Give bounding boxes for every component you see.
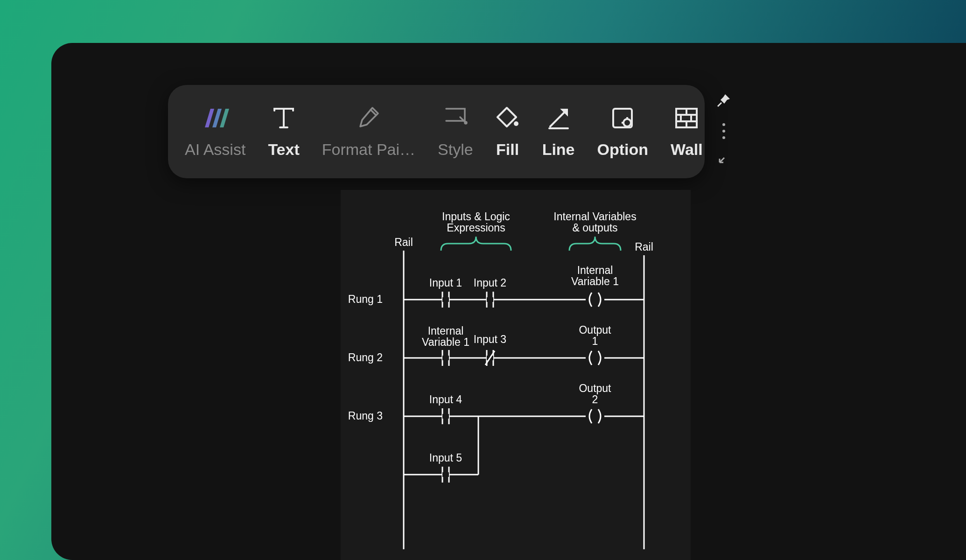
more-icon[interactable]: [722, 123, 725, 139]
svg-point-0: [465, 122, 467, 124]
svg-rect-27: [442, 414, 449, 419]
format-painter-button[interactable]: Format Pai…: [311, 85, 427, 178]
rung1-input1-label: Input 1: [429, 277, 462, 289]
rung2-input2-label: Input 3: [474, 333, 506, 345]
toolbar: AI Assist Text Format Pai…: [168, 85, 705, 178]
svg-rect-2: [613, 109, 632, 127]
svg-rect-18: [442, 356, 449, 360]
style-button[interactable]: Style: [427, 85, 484, 178]
rail-left-label: Rail: [394, 236, 413, 248]
svg-rect-13: [487, 297, 493, 302]
svg-rect-10: [442, 297, 449, 302]
svg-rect-28: [586, 413, 604, 420]
line-icon: [546, 105, 571, 131]
toolbar-label: Line: [542, 140, 575, 159]
toolbar-label: Format Pai…: [322, 140, 415, 159]
svg-rect-23: [586, 355, 604, 361]
toolbar-label: Wall: [671, 140, 703, 159]
style-icon: [443, 105, 468, 131]
toolbar-label: Fill: [496, 140, 519, 159]
rung2-input1-label: InternalVariable 1: [422, 325, 469, 348]
rung2-output-label: Output1: [579, 324, 611, 347]
rung1-input2-label: Input 2: [474, 277, 506, 289]
text-button[interactable]: Text: [257, 85, 310, 178]
text-icon: [272, 105, 296, 131]
fill-button[interactable]: Fill: [484, 85, 531, 178]
svg-rect-33: [442, 472, 449, 477]
pin-icon[interactable]: [717, 93, 731, 109]
app-window: AI Assist Text Format Pai…: [51, 43, 966, 560]
rung1-label: Rung 1: [348, 293, 383, 305]
rail-right-label: Rail: [635, 241, 653, 253]
ai-assist-icon: [201, 105, 229, 131]
rung3-label: Rung 3: [348, 410, 383, 422]
fill-icon: [496, 105, 520, 131]
option-button[interactable]: Option: [586, 85, 660, 178]
svg-point-3: [623, 119, 631, 126]
rung3-output-label: Output2: [579, 382, 611, 406]
ai-assist-button[interactable]: AI Assist: [174, 85, 257, 178]
svg-point-1: [514, 121, 518, 126]
ladder-diagram: Inputs & LogicExpressions Internal Varia…: [341, 190, 691, 560]
toolbar-label: Style: [438, 140, 473, 159]
toolbar-label: Text: [268, 140, 299, 159]
toolbar-label: AI Assist: [185, 140, 245, 159]
toolbar-label: Option: [597, 140, 649, 159]
rung3-parallel-label: Input 5: [429, 452, 462, 464]
diagram-canvas[interactable]: Inputs & LogicExpressions Internal Varia…: [341, 190, 691, 560]
wall-icon: [674, 105, 699, 131]
header-outputs: Internal Variables& outputs: [553, 210, 636, 234]
line-button[interactable]: Line: [531, 85, 586, 178]
header-inputs: Inputs & LogicExpressions: [442, 210, 510, 234]
rung3-input1-label: Input 4: [429, 393, 462, 406]
rung2-label: Rung 2: [348, 351, 383, 364]
expand-icon[interactable]: [719, 153, 729, 165]
wall-button[interactable]: Wall: [659, 85, 714, 178]
rung1-output-label: InternalVariable 1: [571, 264, 619, 287]
svg-rect-14: [586, 296, 604, 303]
format-painter-icon: [356, 105, 382, 131]
option-icon: [610, 105, 635, 131]
